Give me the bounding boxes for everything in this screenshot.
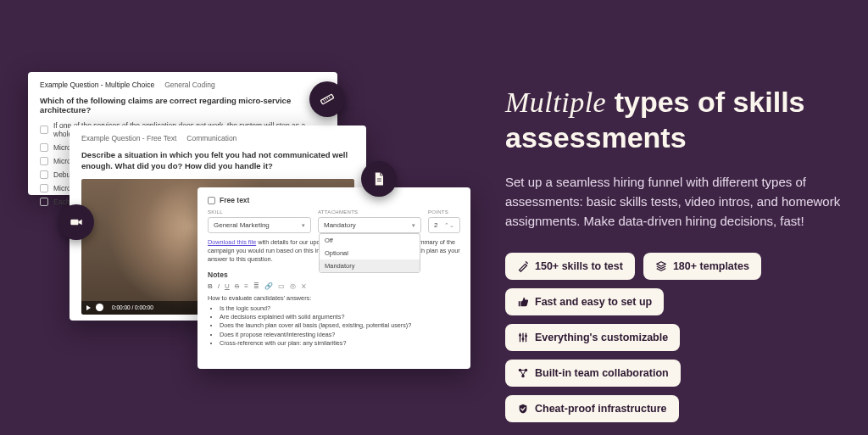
chevron-down-icon: ▾ (302, 222, 305, 229)
checkbox-icon (40, 125, 48, 134)
wand-icon (517, 260, 529, 272)
checkbox-icon (40, 143, 48, 152)
checkbox-icon (40, 198, 48, 206)
pill-collab[interactable]: Built-in team collaboration (505, 360, 681, 387)
svg-point-9 (522, 338, 525, 341)
attachments-dropdown: Off Optional Mandatory (319, 233, 420, 273)
feature-pills: 150+ skills to test 180+ templates Fast … (505, 253, 844, 422)
skill-label: SKILL (208, 209, 311, 215)
list-item: Is the logic sound? (220, 304, 460, 313)
free-text-editor-card: Free text SKILL General Marketing▾ ATTAC… (198, 187, 470, 369)
eval-intro: How to evaluate candidates' answers: (208, 294, 460, 302)
camera-badge (58, 204, 94, 240)
ruler-icon (319, 91, 336, 108)
skill-select[interactable]: General Marketing▾ (208, 217, 311, 233)
list-item: Does it propose relevant/interesting ide… (220, 331, 460, 339)
pill-fast[interactable]: Fast and easy to set up (505, 288, 664, 315)
option-mandatory[interactable]: Mandatory (320, 259, 420, 272)
svg-line-3 (327, 98, 328, 99)
nodes-icon (517, 367, 529, 379)
underline-button[interactable]: U (225, 282, 230, 290)
eval-list: Is the logic sound? Are decisions explai… (208, 304, 460, 349)
download-link[interactable]: Download this file (208, 238, 256, 246)
list-bullet-button[interactable]: ≡ (244, 282, 248, 290)
list-item: Does the launch plan cover all basis (la… (220, 321, 460, 330)
pill-templates[interactable]: 180+ templates (643, 253, 761, 280)
video-camera-icon (68, 214, 85, 231)
pill-skills[interactable]: 150+ skills to test (505, 253, 635, 280)
ft-tab-2: Communication (186, 134, 236, 142)
list-item: Cross-reference with our plan: any simil… (220, 339, 460, 348)
list-item: Are decisions explained with solid argum… (220, 313, 460, 321)
mc-question: Which of the following claims are correc… (40, 96, 326, 114)
svg-line-1 (324, 100, 325, 102)
ruler-badge (309, 81, 345, 117)
checkbox-icon (40, 184, 48, 192)
document-icon (370, 170, 387, 187)
pill-cheat[interactable]: Cheat-proof infrastructure (505, 395, 679, 422)
stepper-icon: ⌃⌄ (444, 222, 454, 229)
ft-tab-1: Example Question - Free Text (81, 134, 176, 142)
ft-question: Describe a situation in which you felt y… (81, 150, 354, 172)
thumb-icon (517, 296, 529, 308)
sliders-icon (517, 332, 529, 343)
play-icon[interactable] (86, 305, 91, 310)
svg-line-2 (326, 98, 326, 100)
editor-title: Free text (220, 196, 249, 204)
option-off[interactable]: Off (320, 234, 420, 247)
mc-tab-1: Example Question - Multiple Choice (40, 81, 154, 89)
checkbox-icon (208, 197, 215, 204)
points-label: POINTS (428, 209, 460, 215)
svg-point-8 (519, 334, 521, 337)
attachments-select[interactable]: Mandatory▾ Off Optional Mandatory (318, 217, 421, 233)
svg-line-4 (329, 97, 330, 98)
mc-tab-2: General Coding (164, 81, 215, 89)
checkbox-icon (40, 157, 48, 165)
attach-button[interactable]: ◎ (290, 282, 296, 290)
feature-description: Set up a seamless hiring funnel with dif… (505, 172, 844, 231)
shield-icon (517, 403, 529, 415)
points-input[interactable]: 2⌃⌄ (428, 217, 460, 233)
rich-text-toolbar: B I U S ≡ ≣ 🔗 ▭ ◎ ⨯ (208, 282, 460, 290)
bold-button[interactable]: B (208, 282, 213, 290)
chevron-down-icon: ▾ (412, 222, 415, 229)
image-button[interactable]: ▭ (278, 282, 285, 290)
strike-button[interactable]: S (235, 282, 239, 290)
pill-custom[interactable]: Everything's customizable (505, 324, 680, 351)
svg-point-10 (525, 335, 527, 337)
volume-icon[interactable] (96, 304, 103, 311)
page-title: Multiple types of skills assessments (505, 85, 844, 155)
clear-button[interactable]: ⨯ (301, 282, 307, 290)
checkbox-icon (40, 170, 48, 179)
feature-col: Multiple types of skills assessments Set… (505, 85, 844, 422)
list-number-button[interactable]: ≣ (253, 282, 259, 290)
document-badge (361, 161, 397, 197)
video-time: 0:00:00 / 0:00:00 (112, 304, 153, 310)
svg-rect-7 (70, 220, 78, 226)
svg-rect-0 (320, 94, 333, 104)
option-optional[interactable]: Optional (320, 247, 420, 259)
attachments-label: ATTACHMENTS (318, 209, 421, 215)
stack-icon (655, 260, 667, 272)
italic-button[interactable]: I (218, 282, 220, 290)
link-button[interactable]: 🔗 (264, 282, 273, 290)
